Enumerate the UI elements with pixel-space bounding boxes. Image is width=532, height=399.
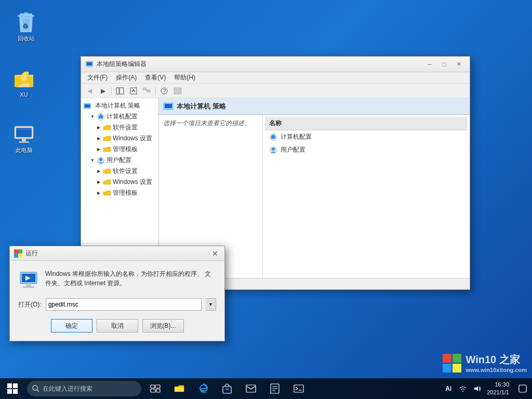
svg-rect-53 bbox=[443, 354, 451, 363]
svg-rect-55 bbox=[443, 364, 451, 373]
store-button[interactable] bbox=[215, 378, 239, 399]
svg-rect-15 bbox=[19, 141, 29, 143]
gpe-window-icon bbox=[85, 60, 94, 69]
menu-file[interactable]: 文件(F) bbox=[83, 72, 112, 83]
svg-rect-51 bbox=[23, 286, 34, 288]
tree-admin-templates-1[interactable]: ▶ 管理模板 bbox=[81, 144, 158, 155]
up-button[interactable] bbox=[127, 85, 140, 97]
svg-point-43 bbox=[272, 148, 275, 151]
gpe-menubar: 文件(F) 操作(A) 查看(V) 帮助(H) bbox=[81, 72, 470, 84]
file-explorer-button[interactable] bbox=[167, 378, 191, 399]
edge-browser-button[interactable] bbox=[191, 378, 215, 399]
language-indicator[interactable]: Ai bbox=[443, 383, 454, 394]
notification-icon[interactable] bbox=[517, 383, 528, 394]
svg-rect-66 bbox=[156, 389, 160, 392]
tree-user-config[interactable]: ▼ 用户配置 bbox=[81, 155, 158, 166]
menu-action[interactable]: 操作(A) bbox=[112, 72, 141, 83]
run-dialog: 运行 ✕ Windows 将根据你所输入的名称，为你打 bbox=[9, 246, 225, 341]
svg-rect-58 bbox=[13, 383, 18, 388]
run-close-button[interactable]: ✕ bbox=[210, 249, 220, 258]
volume-icon[interactable] bbox=[472, 383, 483, 394]
expand-arrow-5: ▼ bbox=[89, 157, 96, 164]
run-header-icon bbox=[18, 269, 39, 290]
help-button[interactable]: ? bbox=[158, 85, 170, 97]
svg-rect-68 bbox=[225, 388, 229, 390]
notes-button[interactable] bbox=[263, 378, 287, 399]
svg-rect-31 bbox=[85, 104, 90, 108]
menu-help[interactable]: 帮助(H) bbox=[170, 72, 200, 83]
list-header: 名称 bbox=[265, 117, 468, 130]
terminal-button[interactable] bbox=[287, 378, 311, 399]
run-header-description: Windows 将根据你所输入的名称，为你打开相应的程序、 文件夹、文档或 In… bbox=[45, 269, 216, 288]
list-item-comp[interactable]: 计算机配置 bbox=[265, 130, 468, 143]
svg-rect-74 bbox=[294, 385, 303, 392]
tree-software-settings-2[interactable]: ▶ 软件设置 bbox=[81, 166, 158, 177]
tree-windows-settings-1[interactable]: ▶ Windows 设置 bbox=[81, 133, 158, 144]
gpe-titlebar[interactable]: 本地组策略编辑器 ─ □ ✕ bbox=[81, 57, 470, 72]
minimize-button[interactable]: ─ bbox=[423, 59, 436, 70]
network-icon[interactable] bbox=[458, 383, 468, 394]
expand-arrow-4: ▶ bbox=[96, 147, 102, 153]
svg-rect-46 bbox=[14, 254, 18, 258]
forward-button[interactable]: ▶ bbox=[97, 85, 109, 97]
svg-rect-50 bbox=[26, 284, 31, 286]
watermark: Win10 之家 www.win10xitong.com bbox=[443, 353, 527, 373]
svg-rect-59 bbox=[7, 389, 12, 394]
tree-admin-templates-2[interactable]: ▶ 管理模板 bbox=[81, 188, 158, 198]
task-view-button[interactable] bbox=[143, 378, 167, 399]
svg-rect-60 bbox=[13, 389, 18, 394]
expand-arrow-6: ▶ bbox=[96, 168, 102, 175]
tree-windows-settings-2[interactable]: ▶ Windows 设置 bbox=[81, 177, 158, 188]
expand-arrow-8: ▶ bbox=[96, 190, 102, 196]
tree-button[interactable] bbox=[141, 85, 153, 97]
tree-comp-config-label: 计算机配置 bbox=[107, 112, 138, 121]
svg-text:♻: ♻ bbox=[22, 22, 28, 30]
tree-software-settings-1[interactable]: ▶ 软件设置 bbox=[81, 122, 158, 133]
show-hide-button[interactable] bbox=[114, 85, 126, 97]
window-controls: ─ □ ✕ bbox=[423, 59, 466, 70]
user-folder-icon[interactable]: XU bbox=[5, 66, 43, 100]
taskbar-clock[interactable]: 16:30 2021/1/1 bbox=[487, 381, 513, 397]
start-button[interactable] bbox=[0, 378, 25, 399]
run-dropdown-button[interactable]: ▼ bbox=[206, 298, 216, 311]
back-button[interactable]: ◀ bbox=[83, 85, 96, 97]
run-header: Windows 将根据你所输入的名称，为你打开相应的程序、 文件夹、文档或 In… bbox=[18, 269, 216, 290]
svg-rect-40 bbox=[271, 136, 275, 139]
svg-rect-69 bbox=[246, 385, 256, 392]
run-titlebar[interactable]: 运行 ✕ bbox=[10, 246, 224, 261]
svg-rect-54 bbox=[453, 354, 461, 363]
gpe-toolbar: ◀ ▶ bbox=[81, 84, 470, 98]
svg-rect-38 bbox=[165, 104, 172, 108]
svg-rect-64 bbox=[155, 385, 160, 388]
svg-rect-33 bbox=[99, 115, 103, 118]
svg-rect-29 bbox=[174, 91, 181, 94]
svg-rect-57 bbox=[7, 383, 12, 388]
expand-arrow-3: ▶ bbox=[96, 136, 102, 142]
run-browse-button[interactable]: 浏览(B)... bbox=[142, 319, 184, 332]
svg-rect-18 bbox=[88, 66, 91, 68]
run-ok-button[interactable]: 确定 bbox=[51, 319, 92, 332]
svg-text:?: ? bbox=[163, 88, 166, 94]
taskbar: 在此键入进行搜索 bbox=[0, 378, 532, 399]
tree-computer-config[interactable]: ▼ 计算机配置 bbox=[81, 111, 158, 122]
close-button[interactable]: ✕ bbox=[452, 59, 466, 70]
svg-rect-56 bbox=[453, 364, 461, 373]
maximize-button[interactable]: □ bbox=[437, 59, 451, 70]
taskbar-search[interactable]: 在此键入进行搜索 bbox=[27, 381, 141, 396]
recycle-bin-icon[interactable]: ♻ 回收站 bbox=[7, 10, 45, 44]
svg-rect-28 bbox=[178, 88, 181, 90]
svg-rect-0 bbox=[20, 14, 32, 15]
svg-line-62 bbox=[37, 390, 39, 392]
svg-rect-13 bbox=[16, 128, 32, 130]
computer-icon[interactable]: 此电脑 bbox=[5, 122, 43, 156]
expand-arrow: ▼ bbox=[89, 114, 96, 120]
menu-view[interactable]: 查看(V) bbox=[141, 72, 170, 83]
run-cancel-button[interactable]: 取消 bbox=[97, 319, 138, 332]
mail-button[interactable] bbox=[239, 378, 263, 399]
run-input-field[interactable] bbox=[46, 298, 202, 311]
tree-root[interactable]: 本地计算机 策略 bbox=[81, 100, 158, 111]
sync-button[interactable] bbox=[171, 85, 184, 97]
svg-rect-22 bbox=[143, 88, 146, 90]
list-item-user[interactable]: 用户配置 bbox=[265, 143, 468, 156]
run-buttons: 确定 取消 浏览(B)... bbox=[18, 319, 216, 332]
